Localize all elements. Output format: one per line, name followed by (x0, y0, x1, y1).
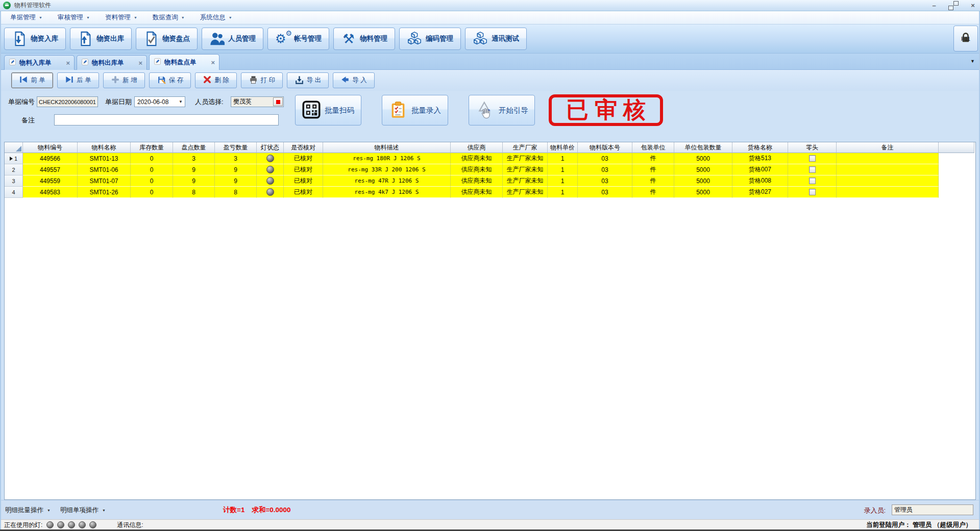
cell-blank[interactable] (939, 164, 974, 175)
cell-unit-price[interactable]: 1 (548, 187, 578, 198)
menu-item-bill-management[interactable]: 单据管理▼ (6, 12, 46, 23)
column-header-manufacturer[interactable]: 生产厂家 (503, 142, 548, 153)
cell-version[interactable]: 03 (578, 153, 632, 164)
column-header-unit-price[interactable]: 物料单价 (548, 142, 578, 153)
toolbar-button-personnel[interactable]: 人员管理 (202, 28, 263, 50)
row-indicator[interactable]: 3 (5, 175, 23, 187)
cell-check-qty[interactable]: 3 (173, 153, 215, 164)
cell-shelf-name[interactable]: 货格513 (732, 153, 788, 164)
cell-supplier[interactable]: 供应商未知 (451, 153, 503, 164)
cell-pack-unit[interactable]: 件 (632, 187, 674, 198)
cell-manufacturer[interactable]: 生产厂家未知 (503, 164, 548, 175)
cell-material-name[interactable]: SMT01-07 (78, 175, 131, 187)
toolbar-button-material-out[interactable]: 物资出库 (70, 28, 132, 50)
action-button-import[interactable]: 导 入 (333, 72, 375, 88)
column-header-verified[interactable]: 是否核对 (284, 142, 323, 153)
cell-material-desc[interactable]: res-mg 180R J 1206 S (323, 153, 451, 164)
action-button-print[interactable]: 打 印 (241, 72, 283, 88)
action-button-next-bill[interactable]: 后 单 (57, 72, 99, 88)
cell-stock-qty[interactable]: 0 (131, 175, 173, 187)
odd-checkbox[interactable] (809, 166, 816, 173)
cell-shelf-name[interactable]: 货格027 (732, 187, 788, 198)
column-header-remark[interactable]: 备注 (837, 142, 939, 153)
tab-close-icon[interactable]: × (138, 59, 142, 67)
cell-manufacturer[interactable]: 生产厂家未知 (503, 175, 548, 187)
tab-inbound-bill[interactable]: 物料入库单× (4, 55, 75, 70)
cell-blank[interactable] (939, 187, 974, 198)
column-header-check-qty[interactable]: 盘点数量 (173, 142, 215, 153)
tab-close-icon[interactable]: × (66, 59, 70, 67)
cell-material-code[interactable]: 449583 (23, 187, 78, 198)
cell-supplier[interactable]: 供应商未知 (451, 187, 503, 198)
toolbar-button-account[interactable]: ⚙⚙帐号管理 (267, 28, 329, 50)
cell-stock-qty[interactable]: 0 (131, 164, 173, 175)
cell-odd[interactable] (788, 175, 837, 187)
column-header-blank[interactable] (939, 142, 974, 153)
recorder-input[interactable] (892, 504, 973, 515)
column-header-material-code[interactable]: 物料编号 (23, 142, 78, 153)
row-indicator[interactable]: 4 (5, 187, 23, 198)
action-button-add-new[interactable]: 新 增 (103, 72, 145, 88)
cell-odd[interactable] (788, 187, 837, 198)
column-header-profit-loss-qty[interactable]: 盈亏数量 (215, 142, 257, 153)
minimize-button[interactable]: – (930, 2, 938, 10)
cell-version[interactable]: 03 (578, 187, 632, 198)
cell-material-desc[interactable]: res-mg 33R J 200 1206 S (323, 164, 451, 175)
cell-blank[interactable] (939, 153, 974, 164)
column-header-pack-unit[interactable]: 包装单位 (632, 142, 674, 153)
cell-manufacturer[interactable]: 生产厂家未知 (503, 187, 548, 198)
toolbar-button-comm-test[interactable]: 通讯测试 (465, 28, 527, 50)
cell-unit-price[interactable]: 1 (548, 164, 578, 175)
action-button-export[interactable]: 导 出 (287, 72, 329, 88)
cell-material-code[interactable]: 449566 (23, 153, 78, 164)
odd-checkbox[interactable] (809, 178, 816, 184)
column-header-stock-qty[interactable]: 库存数量 (131, 142, 173, 153)
toolbar-button-material-in[interactable]: 物资入库 (4, 28, 66, 50)
cell-pack-qty[interactable]: 5000 (674, 153, 732, 164)
cell-shelf-name[interactable]: 货格007 (732, 164, 788, 175)
menu-item-audit-management[interactable]: 审核管理▼ (54, 12, 94, 23)
cell-version[interactable]: 03 (578, 175, 632, 187)
cell-material-code[interactable]: 449557 (23, 164, 78, 175)
cell-light-status[interactable] (257, 187, 284, 198)
cell-check-qty[interactable]: 8 (173, 187, 215, 198)
cell-stock-qty[interactable]: 0 (131, 153, 173, 164)
cell-pack-unit[interactable]: 件 (632, 175, 674, 187)
cell-check-qty[interactable]: 9 (173, 175, 215, 187)
cell-pack-unit[interactable]: 件 (632, 164, 674, 175)
person-picker-button[interactable] (273, 97, 283, 106)
cell-unit-price[interactable]: 1 (548, 153, 578, 164)
cell-light-status[interactable] (257, 153, 284, 164)
menu-item-archive-management[interactable]: 资料管理▼ (101, 12, 141, 23)
tab-overflow-caret-icon[interactable]: ▼ (970, 59, 975, 64)
cell-profit-loss-qty[interactable]: 3 (215, 153, 257, 164)
column-header-material-desc[interactable]: 物料描述 (323, 142, 451, 153)
footer-menu-detail-batch-ops[interactable]: 明细批量操作▼ (5, 506, 51, 515)
cell-manufacturer[interactable]: 生产厂家未知 (503, 153, 548, 164)
column-header-supplier[interactable]: 供应商 (451, 142, 503, 153)
footer-menu-detail-single-ops[interactable]: 明细单项操作▼ (60, 506, 106, 515)
remark-input[interactable] (54, 114, 279, 125)
cell-verified[interactable]: 已核对 (284, 187, 323, 198)
tab-close-icon[interactable]: × (211, 59, 215, 66)
column-header-version[interactable]: 物料版本号 (578, 142, 632, 153)
cell-odd[interactable] (788, 153, 837, 164)
action-button-delete[interactable]: 删 除 (195, 72, 237, 88)
cell-light-status[interactable] (257, 175, 284, 187)
toolbar-button-material[interactable]: ⚒物料管理 (333, 28, 395, 50)
quick-button-batch-scan[interactable]: 批量扫码 (295, 95, 361, 125)
cell-material-desc[interactable]: res-mg 47R J 1206 S (323, 175, 451, 187)
cell-material-name[interactable]: SMT01-26 (78, 187, 131, 198)
cell-check-qty[interactable]: 9 (173, 164, 215, 175)
row-indicator[interactable]: 1 (5, 153, 23, 164)
cell-profit-loss-qty[interactable]: 9 (215, 175, 257, 187)
row-indicator[interactable]: 2 (5, 164, 23, 175)
cell-remark[interactable] (837, 175, 939, 187)
column-header-odd[interactable]: 零头 (788, 142, 837, 153)
toolbar-button-coding[interactable]: 编码管理 (399, 28, 461, 50)
odd-checkbox[interactable] (809, 155, 816, 162)
cell-verified[interactable]: 已核对 (284, 175, 323, 187)
cell-supplier[interactable]: 供应商未知 (451, 164, 503, 175)
action-button-save[interactable]: 保 存 (149, 72, 191, 88)
menu-item-data-query[interactable]: 数据查询▼ (149, 12, 189, 23)
